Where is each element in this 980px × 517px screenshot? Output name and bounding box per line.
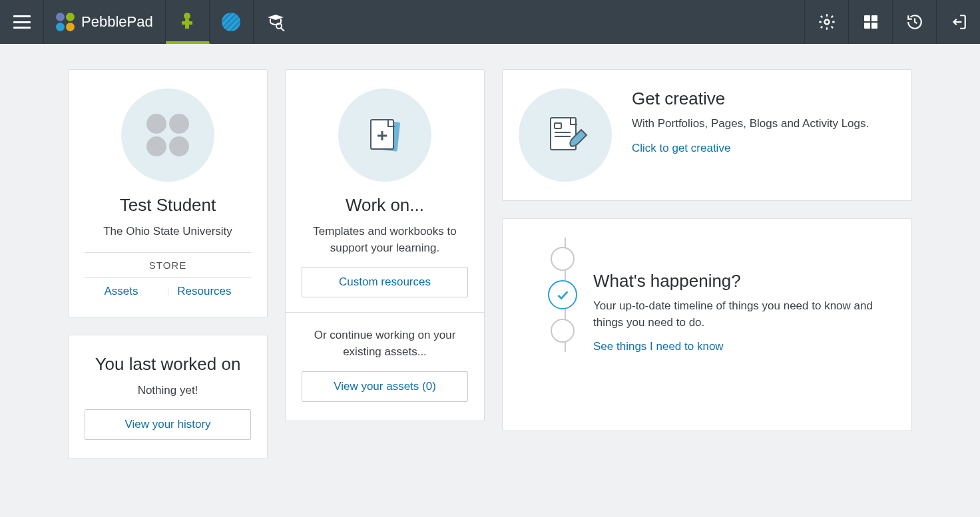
brand-logo-icon	[56, 13, 75, 31]
work-on-continue: Or continue working on your existing ass…	[302, 327, 468, 360]
apps-button[interactable]	[848, 0, 892, 44]
avatar-circle	[121, 88, 214, 182]
whats-happening-card: What's happening? Your up-to-date timeli…	[502, 218, 912, 431]
timeline-icon	[551, 238, 580, 352]
svg-rect-8	[864, 23, 870, 29]
template-doc-icon	[362, 112, 408, 158]
creative-title: Get creative	[632, 88, 895, 109]
avatar-placeholder-icon	[146, 114, 189, 156]
person-plus-icon	[178, 11, 196, 30]
gear-icon	[818, 13, 836, 31]
svg-point-5	[824, 20, 829, 25]
brand-home[interactable]: PebblePad	[44, 0, 166, 44]
top-navbar: PebblePad	[0, 0, 980, 44]
logout-button[interactable]	[936, 0, 980, 44]
graduate-search-icon	[266, 13, 286, 31]
work-on-card: Work on... Templates and workbooks to su…	[285, 69, 485, 421]
svg-point-0	[184, 13, 190, 19]
grid-icon	[863, 14, 879, 30]
menu-button[interactable]	[0, 0, 44, 44]
last-worked-title: You last worked on	[85, 354, 251, 375]
svg-line-4	[281, 28, 284, 31]
creative-link[interactable]: Click to get creative	[632, 142, 730, 155]
creative-desc: With Portfolios, Pages, Blogs and Activi…	[632, 116, 895, 132]
creative-icon-circle	[519, 88, 612, 182]
view-history-button[interactable]: View your history	[85, 409, 251, 440]
brand-name: PebblePad	[81, 13, 153, 31]
happening-link[interactable]: See things I need to know	[593, 340, 724, 353]
svg-rect-7	[871, 15, 877, 21]
doc-paintbrush-icon	[540, 110, 591, 160]
happening-desc: Your up-to-date timeline of things you n…	[593, 298, 895, 331]
nav-learning-centre[interactable]	[254, 0, 298, 44]
profile-org: The Ohio State University	[85, 224, 251, 240]
svg-rect-2	[182, 21, 192, 25]
work-on-title: Work on...	[302, 195, 468, 216]
logout-icon	[950, 13, 967, 31]
last-worked-card: You last worked on Nothing yet! View you…	[68, 335, 268, 460]
view-assets-button[interactable]: View your assets (0)	[302, 371, 468, 402]
nav-atlas[interactable]	[210, 0, 254, 44]
profile-card: Test Student The Ohio State University S…	[68, 69, 268, 317]
svg-rect-9	[871, 23, 877, 29]
history-button[interactable]	[892, 0, 936, 44]
svg-rect-6	[864, 15, 870, 21]
assets-link[interactable]: Assets	[104, 285, 138, 298]
get-creative-card: Get creative With Portfolios, Pages, Blo…	[502, 69, 912, 201]
profile-name: Test Student	[85, 195, 251, 216]
happening-title: What's happening?	[593, 271, 895, 291]
resources-link[interactable]: Resources	[177, 285, 231, 298]
hamburger-icon	[13, 15, 31, 29]
last-worked-empty: Nothing yet!	[85, 383, 251, 399]
work-on-icon-circle	[338, 88, 431, 182]
nav-pebbleplus[interactable]	[166, 0, 210, 44]
globe-icon	[222, 13, 240, 31]
main-content: Test Student The Ohio State University S…	[0, 44, 980, 517]
clock-history-icon	[906, 13, 923, 31]
work-on-desc: Templates and workbooks to support your …	[302, 224, 468, 256]
custom-resources-button[interactable]: Custom resources	[302, 267, 468, 297]
store-label: STORE	[85, 259, 251, 271]
settings-button[interactable]	[804, 0, 848, 44]
